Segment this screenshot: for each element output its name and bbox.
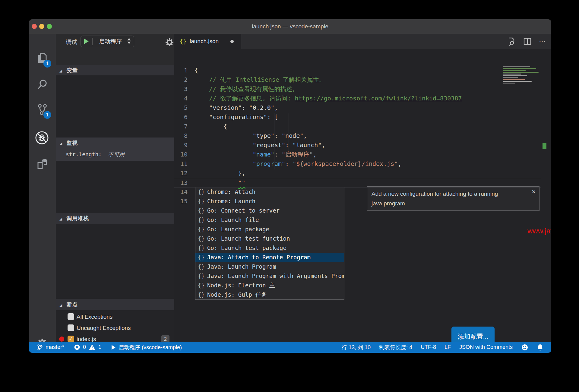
warnings-icon[interactable]: [89, 344, 96, 350]
tab-label: launch.json: [190, 34, 219, 49]
call-stack-section-header[interactable]: ◢ 调用堆栈: [56, 213, 174, 224]
modified-dot-icon[interactable]: [230, 40, 234, 43]
suggest-item[interactable]: {}Go: Launch file: [195, 215, 344, 225]
cursor-position[interactable]: 行 13, 列 10: [342, 344, 371, 351]
debug-toolbar-label: 调试: [66, 34, 77, 51]
line-number: 15: [174, 197, 188, 206]
code-line[interactable]: 2 // 使用 IntelliSense 了解相关属性。: [174, 75, 541, 84]
desktop: { "window": { "title": "launch.json — vs…: [0, 0, 579, 392]
window-title: launch.json — vscode-sample: [29, 19, 551, 34]
debug-icon[interactable]: [34, 130, 48, 144]
eol[interactable]: LF: [445, 344, 451, 350]
suggest-item[interactable]: {}Go: Connect to server: [195, 206, 344, 215]
suggest-item[interactable]: {}Go: Launch test package: [195, 243, 344, 253]
code-line[interactable]: 14: [174, 187, 541, 197]
suggest-item[interactable]: {}Node.js: Gulp 任务: [195, 290, 344, 299]
breakpoint-checkbox[interactable]: ✓: [68, 336, 74, 342]
run-status-icon[interactable]: [111, 345, 116, 350]
more-actions-icon[interactable]: ⋯: [539, 37, 546, 45]
configure-gear-icon[interactable]: [165, 37, 174, 47]
code-line[interactable]: 4 // 欲了解更多信息, 请访问: https://go.microsoft.…: [174, 94, 541, 103]
status-bar: master* 0 1 启动程序 (vscode-sample) 行 13, 列…: [29, 342, 551, 353]
code-line[interactable]: 7 {: [174, 122, 541, 131]
feedback-smiley-icon[interactable]: [521, 344, 528, 351]
tab-size[interactable]: 制表符长度: 4: [379, 344, 412, 351]
suggest-item[interactable]: {}Java: Attach to Remote Program: [195, 253, 344, 262]
breakpoint-label: All Exceptions: [77, 311, 112, 322]
notifications-bell-icon[interactable]: [537, 344, 543, 351]
debug-sidebar: 调试 启动程序 > ◢ 变量 ◢ 监视 str.length:: [56, 34, 174, 342]
code-line[interactable]: 9 "request": "launch",: [174, 141, 541, 150]
code-line[interactable]: 10 "name": "启动程序",: [174, 150, 541, 159]
watch-expression-row[interactable]: str.length: 不可用: [56, 148, 174, 160]
code-line[interactable]: 1{: [174, 66, 541, 75]
errors-count[interactable]: 0: [83, 344, 86, 350]
code-text: },: [195, 169, 245, 178]
search-icon[interactable]: [36, 78, 49, 91]
code-text: "": [195, 178, 245, 188]
watch-body: str.length: 不可用: [56, 148, 174, 161]
snippet-braces-icon: {}: [198, 282, 205, 289]
code-line[interactable]: 12 },: [174, 169, 541, 178]
code-area[interactable]: {}Chrome: Attach{}Chrome: Launch{}Go: Co…: [174, 49, 551, 342]
code-line[interactable]: 15: [174, 197, 541, 206]
warnings-count[interactable]: 1: [98, 344, 101, 350]
code-line[interactable]: 11 "program": "${workspaceFolder}/index.…: [174, 159, 541, 169]
suggest-item-label: Java: Launch Program: [207, 263, 276, 270]
snippet-braces-icon: {}: [198, 291, 205, 298]
watch-section-header[interactable]: ◢ 监视: [56, 138, 174, 148]
suggest-item-label: Java: Launch Program with Arguments Prom…: [207, 273, 344, 279]
snippet-braces-icon: {}: [198, 245, 205, 251]
code-line[interactable]: 8 "type": "node",: [174, 131, 541, 141]
tab-launch-json[interactable]: {} launch.json: [174, 34, 241, 49]
snippet-braces-icon: {}: [198, 207, 205, 214]
breakpoints-section-header[interactable]: ◢ 断点: [56, 299, 174, 310]
breakpoint-row[interactable]: All Exceptions: [56, 311, 174, 322]
suggest-item-label: Go: Launch test package: [207, 245, 286, 251]
editor-group: {} launch.json ⋯: [174, 34, 551, 342]
scm-badge: 1: [43, 111, 51, 119]
open-preview-icon[interactable]: [507, 37, 516, 46]
split-editor-icon[interactable]: [523, 37, 532, 46]
snippet-braces-icon: {}: [198, 263, 205, 270]
suggest-item[interactable]: {}Java: Launch Program with Arguments Pr…: [195, 271, 344, 281]
breakpoint-checkbox[interactable]: [68, 313, 74, 320]
collapse-triangle-icon: ◢: [59, 213, 62, 225]
line-number: 3: [174, 84, 188, 94]
extensions-icon[interactable]: [36, 158, 49, 171]
code-text: // 欲了解更多信息, 请访问: https://go.microsoft.co…: [195, 94, 462, 103]
code-text: {: [195, 122, 227, 131]
code-line[interactable]: 6 "configurations": [: [174, 112, 541, 122]
suggest-item-label: Node.js: Electron 主: [207, 282, 275, 289]
line-number: 9: [174, 141, 188, 150]
variables-section-header[interactable]: ◢ 变量: [56, 65, 174, 75]
language-mode[interactable]: JSON with Comments: [459, 344, 513, 350]
snippet-braces-icon: {}: [198, 235, 205, 242]
breakpoint-dot-icon: [59, 337, 64, 342]
errors-icon[interactable]: [74, 344, 80, 350]
start-debug-icon[interactable]: [84, 39, 89, 44]
suggest-item[interactable]: {}Java: Launch Program: [195, 262, 344, 271]
git-branch-label[interactable]: master*: [46, 344, 64, 350]
suggest-item[interactable]: {}Go: Launch package: [195, 225, 344, 234]
line-number: 1: [174, 66, 188, 75]
breakpoint-row[interactable]: Uncaught Exceptions: [56, 322, 174, 334]
editor-actions: ⋯: [507, 34, 546, 49]
debug-config-select[interactable]: 启动程序: [81, 36, 134, 47]
breakpoint-label: Uncaught Exceptions: [77, 322, 131, 334]
breakpoint-checkbox[interactable]: [68, 324, 74, 331]
code-text: "configurations": [: [195, 112, 278, 122]
suggest-item[interactable]: {}Node.js: Electron 主: [195, 281, 344, 290]
suggest-item[interactable]: {}Go: Launch test function: [195, 234, 344, 243]
git-branch-icon[interactable]: [37, 344, 43, 351]
code-line[interactable]: 5 "version": "0.2.0",: [174, 103, 541, 112]
code-line[interactable]: 3 // 悬停以查看现有属性的描述。: [174, 84, 541, 94]
code-line[interactable]: 13 "": [174, 178, 541, 188]
code-text: {: [195, 66, 198, 75]
call-stack-header-label: 调用堆栈: [67, 215, 89, 221]
snippet-braces-icon: {}: [198, 217, 205, 223]
line-number: 4: [174, 94, 188, 103]
encoding[interactable]: UTF-8: [421, 344, 436, 350]
code-text: // 悬停以查看现有属性的描述。: [195, 84, 298, 94]
run-status-label[interactable]: 启动程序 (vscode-sample): [119, 344, 182, 351]
